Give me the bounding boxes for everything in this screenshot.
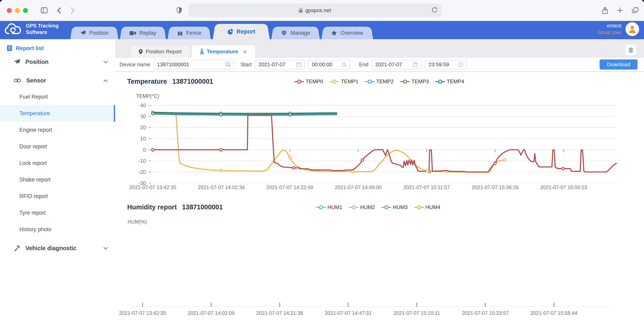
cloud-logo-icon <box>4 23 22 36</box>
avatar[interactable] <box>626 22 639 36</box>
svg-text:-10: -10 <box>138 158 146 164</box>
fence-icon <box>177 30 183 36</box>
clock-icon <box>339 62 347 67</box>
brand: GPS TrackingSoftware <box>4 23 59 36</box>
tab-temperature[interactable]: Temperature ✕ <box>192 45 256 58</box>
gem-icon <box>281 30 287 36</box>
start-label: Start <box>241 62 252 68</box>
report-sidebar: Report list Position Sensor <box>0 39 115 329</box>
browser-chrome: gpspos.net <box>0 0 644 21</box>
top-navigation: GPS TrackingSoftware PositionReplayFence… <box>0 21 644 39</box>
svg-text:2021-07-07 14:49:00: 2021-07-07 14:49:00 <box>335 184 382 190</box>
svg-text:2021-07-07 13:42:35: 2021-07-07 13:42:35 <box>119 310 166 316</box>
svg-text:40: 40 <box>140 102 146 108</box>
pie-chart-icon <box>227 29 233 35</box>
svg-text:2021-07-07 14:02:34: 2021-07-07 14:02:34 <box>198 184 245 190</box>
nav-tab-position[interactable]: Position <box>70 27 118 39</box>
sidebar-item-tyre-report[interactable]: Tyre report <box>0 204 115 221</box>
svg-text:2021-07-07 14:22:49: 2021-07-07 14:22:49 <box>266 184 313 190</box>
nav-tab-manage[interactable]: Manage <box>272 27 320 39</box>
svg-text:20: 20 <box>140 125 146 131</box>
svg-text:2021-07-07 16:00:23: 2021-07-07 16:00:23 <box>540 184 587 190</box>
sensor-report-list: Fuel ReportTemperatureEngine reportDoor … <box>0 89 115 238</box>
star-icon <box>331 30 337 36</box>
calendar-icon <box>411 62 418 67</box>
chevron-down-icon <box>103 247 108 250</box>
sidebar-item-temperature[interactable]: Temperature <box>0 105 115 122</box>
chevron-up-icon <box>103 79 108 82</box>
privacy-shield-icon[interactable] <box>176 7 182 14</box>
paper-plane-icon <box>14 59 20 65</box>
chevron-down-icon <box>103 61 108 63</box>
svg-text:HUM(%): HUM(%) <box>128 219 147 224</box>
start-time-input[interactable]: 00:00:00 <box>308 60 350 69</box>
window-controls <box>7 8 28 13</box>
sidebar-item-lock-report[interactable]: Lock report <box>0 155 115 171</box>
nav-tab-overview[interactable]: Overview <box>322 27 373 39</box>
svg-text:-20: -20 <box>138 169 146 175</box>
url-text: gpspos.net <box>305 7 331 13</box>
sidebar-title: Report list <box>0 39 115 51</box>
reload-icon[interactable] <box>432 7 437 13</box>
nav-tab-replay[interactable]: Replay <box>120 27 166 39</box>
sidebar-group-sensor[interactable]: Sensor <box>0 72 115 89</box>
end-time-input[interactable]: 23:59:59 <box>425 60 467 69</box>
svg-text:10: 10 <box>140 136 146 142</box>
sidebar-item-shake-report[interactable]: Shake report <box>0 171 115 188</box>
sidebar-item-fuel-report[interactable]: Fuel Report <box>0 89 115 105</box>
workspace-tabbar: Position Report Temperature ✕ <box>115 39 644 58</box>
close-tab-icon[interactable]: ✕ <box>242 48 247 55</box>
trash-icon <box>628 47 633 53</box>
thermometer-icon <box>200 49 204 55</box>
new-tab-icon[interactable] <box>617 7 623 13</box>
username: xmtest <box>597 23 622 30</box>
hammer-icon <box>14 245 20 251</box>
sidebar-item-engine-report[interactable]: Engine report <box>0 122 115 138</box>
share-icon[interactable] <box>602 7 608 14</box>
user-menu[interactable]: xmtest Group User <box>597 22 639 36</box>
user-role: Group User <box>597 29 622 36</box>
sidebar-item-door-report[interactable]: Door report <box>0 138 115 155</box>
address-bar[interactable]: gpspos.net <box>188 4 441 17</box>
sidebar-toggle-icon[interactable] <box>41 7 48 13</box>
charts-panel: Temperature13871000001 TEMP0TEMP1TEMP2TE… <box>115 72 644 329</box>
svg-text:2021-07-07 15:58:44: 2021-07-07 15:58:44 <box>530 310 578 316</box>
close-window-button[interactable] <box>7 8 12 13</box>
sidebar-item-history-photo[interactable]: History photo <box>0 221 115 238</box>
svg-text:2021-07-07 15:11:57: 2021-07-07 15:11:57 <box>404 184 450 190</box>
svg-text:30: 30 <box>140 113 146 119</box>
sidebar-item-rfid-report[interactable]: RFID report <box>0 188 115 204</box>
app-window: gpspos.net <box>0 0 644 329</box>
video-camera-icon <box>130 31 136 35</box>
download-button[interactable]: Download <box>600 59 638 70</box>
device-name-input[interactable]: 13871000001 <box>154 60 234 69</box>
charts-canvas: 403020100-10-20-30TEMP(°C)2021-07-07 13:… <box>115 72 640 327</box>
tab-position-report[interactable]: Position Report <box>130 45 190 58</box>
clock-icon <box>456 62 463 67</box>
svg-text:2021-07-07 14:47:31: 2021-07-07 14:47:31 <box>325 310 372 316</box>
svg-text:TEMP(°C): TEMP(°C) <box>136 93 159 99</box>
clear-tabs-button[interactable] <box>624 44 637 56</box>
forward-icon[interactable] <box>71 7 75 14</box>
svg-text:2021-07-07 14:21:38: 2021-07-07 14:21:38 <box>256 310 303 316</box>
sidebar-group-vehicle-diagnostic[interactable]: Vehicle diagnostic <box>0 240 115 256</box>
svg-text:0: 0 <box>143 147 146 153</box>
pin-icon <box>138 49 143 54</box>
search-icon[interactable] <box>223 62 230 67</box>
minimize-window-button[interactable] <box>15 8 20 13</box>
report-workspace: Position Report Temperature ✕ Device nam… <box>115 39 644 329</box>
end-date-input[interactable]: 2021-07-07 <box>372 60 422 69</box>
link-icon <box>14 78 21 83</box>
start-date-input[interactable]: 2021-07-07 <box>255 60 305 69</box>
svg-text:2021-07-07 15:10:11: 2021-07-07 15:10:11 <box>394 310 440 316</box>
tab-overview-icon[interactable] <box>632 7 638 13</box>
zoom-window-button[interactable] <box>23 8 28 13</box>
svg-text:2021-07-07 13:42:35: 2021-07-07 13:42:35 <box>130 184 176 190</box>
sidebar-group-position[interactable]: Position <box>0 54 115 70</box>
nav-tab-fence[interactable]: Fence <box>168 27 211 39</box>
back-icon[interactable] <box>57 7 61 14</box>
report-list-icon <box>6 45 12 51</box>
svg-text:2021-07-07 15:33:57: 2021-07-07 15:33:57 <box>462 310 509 316</box>
nav-tab-report[interactable]: Report <box>212 24 270 39</box>
lock-icon <box>299 8 303 13</box>
